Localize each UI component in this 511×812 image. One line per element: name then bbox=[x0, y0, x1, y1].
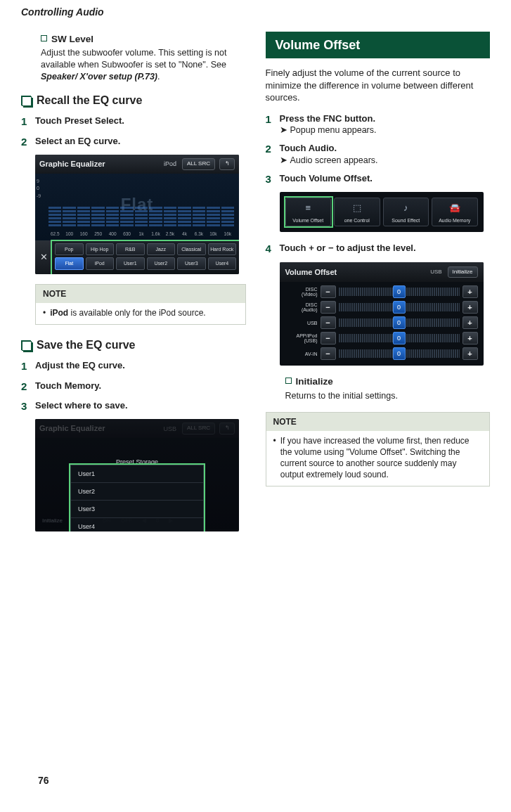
minus-button[interactable]: − bbox=[321, 347, 336, 360]
storage-user2[interactable]: User2 bbox=[71, 483, 203, 501]
vo-row: DISC(Audio)−0+ bbox=[285, 301, 478, 314]
vo-value: 0 bbox=[393, 285, 406, 298]
initialize-button[interactable]: Initialize bbox=[448, 266, 478, 278]
preset-user2[interactable]: User2 bbox=[147, 257, 176, 269]
note-box: NOTE • iPod is available only for the iP… bbox=[35, 284, 246, 325]
vo-row-label: AV-IN bbox=[285, 352, 318, 357]
vo-slider[interactable]: 0 bbox=[339, 301, 460, 314]
eq-freq-labels: 62.51001602504006301k1.6k2.5k4k6.3k10k16… bbox=[48, 231, 235, 238]
preset-storage-screenshot: Graphic Equalizer USB ALL SRC ↰ Preset S… bbox=[35, 419, 239, 531]
vo-slider[interactable]: 0 bbox=[339, 332, 460, 344]
preset-panel: Pop Hip Hop R&B Jazz Classical Hard Rock… bbox=[52, 241, 239, 274]
vo-step4: Touch + or − to adjust the level. bbox=[280, 242, 491, 256]
step-number: 2 bbox=[21, 380, 35, 394]
vo-value: 0 bbox=[393, 316, 406, 329]
eq-source: USB bbox=[163, 425, 176, 433]
audio-label: Audio bbox=[309, 143, 335, 153]
preset-flat[interactable]: Flat bbox=[55, 257, 84, 269]
preset-pop[interactable]: Pop bbox=[55, 243, 84, 255]
arrow-icon: ➤ bbox=[280, 155, 287, 167]
eq-bars[interactable] bbox=[48, 186, 235, 226]
back-button[interactable]: ↰ bbox=[219, 423, 235, 434]
step1-a: Touch bbox=[35, 115, 65, 126]
vo-row: AV-IN−0+ bbox=[285, 347, 478, 360]
section-icon bbox=[21, 340, 31, 350]
minus-button[interactable]: − bbox=[321, 332, 336, 344]
menu-volume-offset[interactable]: ≡ Volume Offset bbox=[285, 198, 332, 226]
menu-audio-memory[interactable]: 🚘 Audio Memory bbox=[432, 198, 478, 226]
recall-heading: Recall the EQ curve bbox=[37, 93, 142, 108]
bullet-icon: • bbox=[43, 307, 46, 318]
back-button[interactable]: ↰ bbox=[219, 158, 235, 170]
minus-button[interactable]: − bbox=[321, 301, 336, 314]
preset-hiphop[interactable]: Hip Hop bbox=[86, 243, 115, 255]
menu-sound-effect[interactable]: ♪ Sound Effect bbox=[383, 198, 429, 226]
minus-label: − bbox=[328, 243, 334, 253]
eq-scale: 90-9 bbox=[37, 178, 41, 200]
vo-step1-sub: ➤Popup menu appears. bbox=[280, 124, 491, 136]
initialize-btn[interactable]: Initialize bbox=[39, 516, 65, 527]
vo-slider[interactable]: 0 bbox=[339, 285, 460, 298]
preset-select-label: Preset Select bbox=[65, 115, 122, 126]
plus-button[interactable]: + bbox=[463, 347, 478, 360]
sw-body-b: . bbox=[157, 72, 160, 82]
preset-jazz[interactable]: Jazz bbox=[147, 243, 176, 255]
preset-rnb[interactable]: R&B bbox=[116, 243, 145, 255]
vo-title: Volume Offset bbox=[285, 267, 431, 278]
vo-slider[interactable]: 0 bbox=[339, 316, 460, 329]
preset-ipod[interactable]: iPod bbox=[86, 257, 115, 269]
bullet-icon: • bbox=[273, 435, 276, 481]
step-number: 2 bbox=[266, 142, 280, 166]
minus-button[interactable]: − bbox=[321, 316, 336, 329]
left-column: SW Level Adjust the subwoofer volume. Th… bbox=[21, 32, 246, 541]
recall-step2: Select an EQ curve. bbox=[35, 135, 246, 149]
vo-row-label: DISC(Audio) bbox=[285, 302, 318, 313]
minus-button[interactable]: − bbox=[321, 285, 336, 298]
plus-button[interactable]: + bbox=[463, 316, 478, 329]
page-header: Controlling Audio bbox=[21, 6, 490, 19]
audio-menu-screenshot: ≡ Volume Offset ⬚ one Control ♪ Sound Ef… bbox=[280, 192, 484, 232]
close-presets-button[interactable]: ✕ bbox=[35, 241, 52, 274]
car-icon: 🚘 bbox=[434, 201, 476, 215]
vo-source: USB bbox=[430, 269, 441, 276]
recall-step1: Touch Preset Select. bbox=[35, 115, 246, 129]
note-bullet: • iPod is available only for the iPod so… bbox=[43, 307, 238, 318]
step-number: 1 bbox=[21, 359, 35, 373]
vo-step2-sub: ➤Audio screen appears. bbox=[280, 155, 491, 167]
note-ipod-rest: is available only for the iPod source. bbox=[68, 308, 205, 318]
square-marker-icon bbox=[41, 35, 47, 41]
plus-button[interactable]: + bbox=[463, 332, 478, 344]
eq-source: iPod bbox=[164, 160, 176, 168]
step-number: 3 bbox=[21, 399, 35, 413]
volume-bars-icon: ≡ bbox=[287, 201, 330, 215]
storage-user3[interactable]: User3 bbox=[71, 501, 203, 518]
all-src-button[interactable]: ALL SRC bbox=[182, 423, 215, 434]
step-number: 3 bbox=[266, 172, 280, 186]
vo-slider[interactable]: 0 bbox=[339, 347, 460, 360]
menu-zone-control[interactable]: ⬚ one Control bbox=[334, 198, 380, 226]
plus-button[interactable]: + bbox=[463, 285, 478, 298]
plus-button[interactable]: + bbox=[463, 301, 478, 314]
note-bullet: • If you have increased the volume first… bbox=[273, 435, 483, 481]
save-heading: Save the EQ curve bbox=[37, 337, 136, 353]
preset-user1[interactable]: User1 bbox=[116, 257, 145, 269]
vo-row-label: USB bbox=[285, 321, 318, 326]
vo-value: 0 bbox=[393, 301, 406, 314]
preset-classical[interactable]: Classical bbox=[177, 243, 206, 255]
preset-storage-list: User1 User2 User3 User4 Close bbox=[70, 465, 204, 531]
memory-label: Memory bbox=[65, 380, 99, 391]
vo-row-label: DISC(Video) bbox=[285, 287, 318, 297]
storage-user1[interactable]: User1 bbox=[71, 465, 203, 483]
vo-step1: Press the FNC button. bbox=[280, 112, 491, 125]
storage-user4[interactable]: User4 bbox=[71, 518, 203, 531]
sw-level-body: Adjust the subwoofer volume. This settin… bbox=[41, 47, 246, 83]
vo-step3: Touch Volume Offset. bbox=[280, 172, 491, 186]
preset-hardrock[interactable]: Hard Rock bbox=[208, 243, 237, 255]
preset-user3[interactable]: User3 bbox=[177, 257, 206, 269]
volume-offset-label: Volume Offset bbox=[309, 173, 370, 183]
preset-user4[interactable]: User4 bbox=[208, 257, 237, 269]
step1-b: . bbox=[122, 115, 124, 126]
plus-label: + bbox=[309, 243, 314, 253]
all-src-button[interactable]: ALL SRC bbox=[182, 158, 215, 170]
volume-offset-screenshot: Volume Offset USB Initialize DISC(Video)… bbox=[280, 262, 484, 366]
